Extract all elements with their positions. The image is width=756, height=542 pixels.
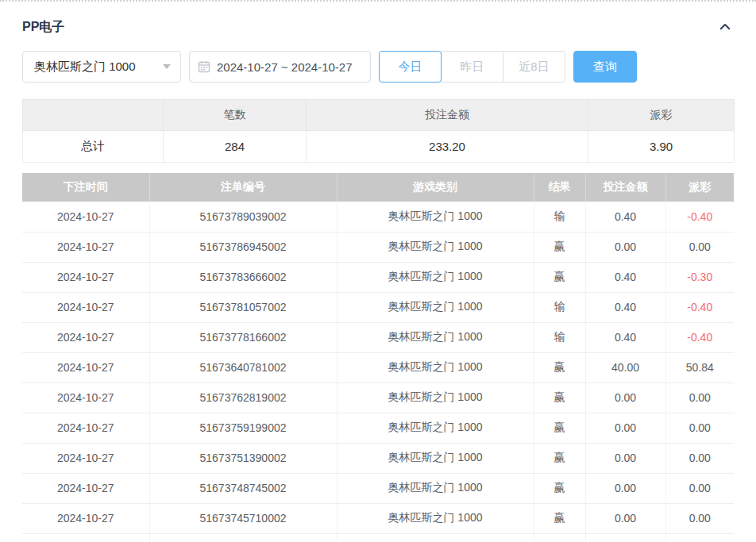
bet-amount-cell: 40.00	[585, 352, 665, 382]
summary-table: 笔数 投注金额 派彩 总计 284 233.20 3.90	[22, 99, 735, 163]
payout-cell: 0.00	[665, 473, 734, 503]
bet-amount-cell: 0.00	[585, 413, 665, 443]
payout-cell: 50.84	[665, 352, 734, 382]
header-bet-time: 下注时间	[22, 173, 149, 202]
bet-id-cell: 51673751390002	[149, 443, 337, 473]
table-row: 2024-10-2751673640781002奥林匹斯之门 1000赢40.0…	[22, 352, 734, 382]
header-bet-id: 注单编号	[149, 173, 337, 202]
summary-total-count: 284	[164, 131, 307, 163]
payout-cell: 0.00	[665, 443, 734, 473]
bet-id-cell: 51673789039002	[149, 202, 337, 232]
payout-cell: -0.40	[665, 292, 734, 322]
bet-id-cell: 51673759199002	[149, 413, 337, 443]
bet-amount-cell: 0.00	[585, 232, 665, 262]
date-range-value: 2024-10-27 ~ 2024-10-27	[217, 60, 353, 74]
game-type-cell: 奥林匹斯之门 1000	[337, 443, 534, 473]
table-row-partial	[22, 533, 734, 542]
result-cell: 赢	[534, 382, 585, 413]
result-cell	[534, 533, 585, 542]
bet-id-cell: 51673781057002	[149, 292, 337, 322]
header-bet-amount: 投注金额	[585, 173, 665, 202]
summary-header-bet-amount: 投注金额	[307, 100, 588, 131]
bets-table: 下注时间 注单编号 游戏类别 结果 投注金额 派彩 2024-10-275167…	[22, 173, 734, 542]
table-row: 2024-10-2751673751390002奥林匹斯之门 1000赢0.00…	[22, 443, 734, 473]
payout-cell: -0.30	[665, 262, 734, 292]
header-payout: 派彩	[665, 173, 734, 202]
search-button[interactable]: 查询	[573, 51, 637, 83]
bet-time-cell: 2024-10-27	[22, 322, 149, 352]
result-cell: 赢	[534, 473, 585, 503]
bets-table-header-row: 下注时间 注单编号 游戏类别 结果 投注金额 派彩	[22, 173, 734, 202]
game-type-cell: 奥林匹斯之门 1000	[337, 262, 534, 292]
payout-cell: 0.00	[665, 413, 734, 443]
last-8-days-button[interactable]: 近8日	[503, 51, 565, 83]
payout-cell: -0.40	[665, 322, 734, 352]
result-cell: 赢	[534, 232, 585, 262]
quick-range-group: 今日 昨日 近8日	[379, 51, 565, 83]
bets-table-body: 2024-10-2751673789039002奥林匹斯之门 1000输0.40…	[22, 202, 734, 542]
summary-total-label: 总计	[23, 131, 164, 163]
game-select[interactable]: 奥林匹斯之门 1000	[22, 51, 181, 83]
table-row: 2024-10-2751673759199002奥林匹斯之门 1000赢0.00…	[22, 413, 734, 443]
game-type-cell: 奥林匹斯之门 1000	[337, 352, 534, 382]
calendar-icon	[198, 60, 210, 73]
date-range-input[interactable]: 2024-10-27 ~ 2024-10-27	[189, 51, 371, 83]
bet-amount-cell	[585, 533, 665, 542]
table-row: 2024-10-2751673783666002奥林匹斯之门 1000赢0.40…	[22, 262, 734, 292]
header-game-type: 游戏类别	[337, 173, 534, 202]
game-type-cell	[337, 533, 534, 542]
game-select-value: 奥林匹斯之门 1000	[34, 60, 136, 75]
payout-cell: 0.00	[665, 503, 734, 533]
game-type-cell: 奥林匹斯之门 1000	[337, 202, 534, 232]
game-type-cell: 奥林匹斯之门 1000	[337, 382, 534, 413]
bet-time-cell: 2024-10-27	[22, 262, 149, 292]
bet-amount-cell: 0.00	[585, 443, 665, 473]
bet-id-cell: 51673786945002	[149, 232, 337, 262]
bet-time-cell: 2024-10-27	[22, 352, 149, 382]
bet-time-cell: 2024-10-27	[22, 443, 149, 473]
chevron-down-icon	[163, 64, 171, 69]
payout-cell	[665, 533, 734, 542]
page-title: PP电子	[22, 19, 64, 36]
bet-time-cell: 2024-10-27	[22, 413, 149, 443]
table-row: 2024-10-2751673748745002奥林匹斯之门 1000赢0.00…	[22, 473, 734, 503]
bet-amount-cell: 0.00	[585, 382, 665, 413]
bet-time-cell	[22, 533, 149, 542]
summary-total-bet-amount: 233.20	[307, 131, 588, 163]
payout-cell: 0.00	[665, 382, 734, 413]
bet-amount-cell: 0.40	[585, 262, 665, 292]
bet-id-cell: 51673748745002	[149, 473, 337, 503]
bet-time-cell: 2024-10-27	[22, 503, 149, 533]
bet-time-cell: 2024-10-27	[22, 382, 149, 413]
result-cell: 输	[534, 322, 585, 352]
table-row: 2024-10-2751673762819002奥林匹斯之门 1000赢0.00…	[22, 382, 734, 413]
summary-header-blank	[23, 100, 164, 131]
result-cell: 输	[534, 292, 585, 322]
bet-amount-cell: 0.00	[585, 503, 665, 533]
game-type-cell: 奥林匹斯之门 1000	[337, 232, 534, 262]
bet-amount-cell: 0.40	[585, 322, 665, 352]
panel-header: PP电子	[22, 2, 734, 35]
table-row: 2024-10-2751673781057002奥林匹斯之门 1000输0.40…	[22, 292, 734, 322]
result-cell: 赢	[534, 443, 585, 473]
summary-header-payout: 派彩	[588, 100, 735, 131]
pp-electronic-panel: PP电子 奥林匹斯之门 1000	[0, 0, 756, 542]
game-type-cell: 奥林匹斯之门 1000	[337, 503, 534, 533]
collapse-button[interactable]	[716, 18, 734, 36]
result-cell: 赢	[534, 413, 585, 443]
bet-time-cell: 2024-10-27	[22, 473, 149, 503]
bet-time-cell: 2024-10-27	[22, 202, 149, 232]
payout-cell: -0.40	[665, 202, 734, 232]
today-button[interactable]: 今日	[379, 51, 442, 83]
summary-header-count: 笔数	[164, 100, 307, 131]
bet-time-cell: 2024-10-27	[22, 292, 149, 322]
yesterday-button[interactable]: 昨日	[441, 51, 503, 83]
payout-cell: 0.00	[665, 232, 734, 262]
result-cell: 输	[534, 202, 585, 232]
bet-id-cell: 51673778166002	[149, 322, 337, 352]
bet-id-cell: 51673762819002	[149, 382, 337, 413]
bet-amount-cell: 0.00	[585, 473, 665, 503]
game-type-cell: 奥林匹斯之门 1000	[337, 473, 534, 503]
table-row: 2024-10-2751673778166002奥林匹斯之门 1000输0.40…	[22, 322, 734, 352]
table-row: 2024-10-2751673745710002奥林匹斯之门 1000赢0.00…	[22, 503, 734, 533]
